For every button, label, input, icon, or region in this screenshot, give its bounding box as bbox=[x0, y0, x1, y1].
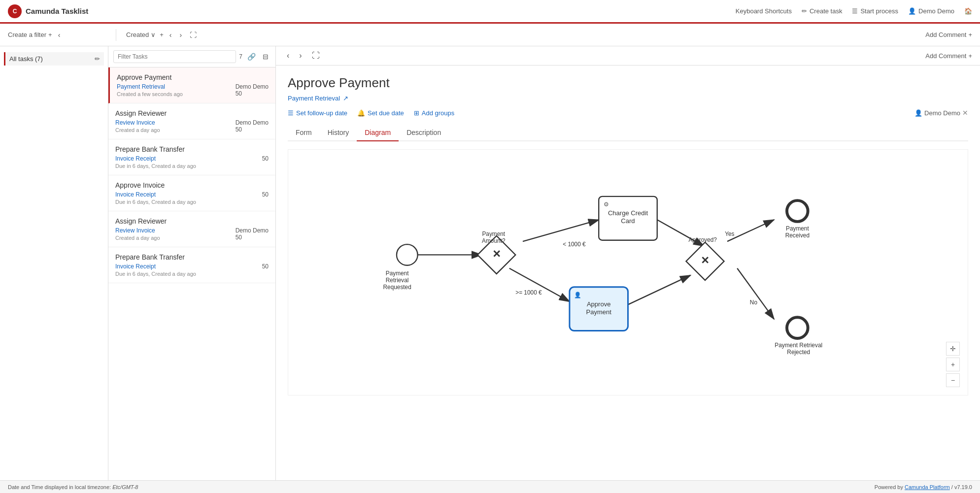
end-event-payment-rejected bbox=[787, 317, 808, 338]
fullscreen-button[interactable]: ⛶ bbox=[309, 50, 323, 61]
nav-forward-button[interactable]: › bbox=[178, 29, 184, 41]
svg-text:Requested: Requested bbox=[383, 284, 411, 291]
task-process: Review Invoice bbox=[115, 119, 160, 126]
task-process: Invoice Receipt bbox=[115, 191, 196, 198]
detail-actions: ☰ Set follow-up date 🔔 Set due date ⊞ Ad… bbox=[288, 109, 968, 117]
task-meta: Review Invoice Created a day ago Demo De… bbox=[115, 227, 269, 241]
svg-text:Payment: Payment bbox=[586, 308, 611, 316]
task-score: 50 bbox=[262, 155, 269, 162]
end-event-payment-received bbox=[787, 200, 808, 222]
main-layout: All tasks (7) ✏ 7 🔗 ⊟ Approve Payment Pa… bbox=[0, 46, 980, 493]
task-item[interactable]: Approve Payment Payment Retrieval Create… bbox=[108, 67, 275, 103]
tab-description[interactable]: Description bbox=[399, 125, 449, 141]
nav-prev-button[interactable]: ‹ bbox=[284, 50, 292, 61]
task-item[interactable]: Assign Reviewer Review Invoice Created a… bbox=[108, 211, 275, 247]
process-name: Payment Retrieval bbox=[288, 95, 340, 102]
all-tasks-item[interactable]: All tasks (7) ✏ bbox=[4, 52, 104, 66]
nav-back-button[interactable]: ‹ bbox=[168, 29, 174, 41]
nav-next-button[interactable]: › bbox=[296, 50, 304, 61]
flow-label-lt1000: < 1000 € bbox=[563, 241, 586, 248]
add-filter-button[interactable]: + bbox=[160, 31, 164, 38]
create-filter-button[interactable]: Create a filter + bbox=[8, 31, 52, 38]
start-process-button[interactable]: ☰ Start process bbox=[852, 7, 898, 15]
navbar: C Camunda Tasklist Keyboard Shortcuts ✏ … bbox=[0, 0, 980, 24]
toolbar-left: Create a filter + ‹ bbox=[8, 29, 116, 41]
svg-text:Charge Credit: Charge Credit bbox=[608, 209, 648, 217]
tab-form[interactable]: Form bbox=[288, 125, 320, 141]
create-task-button[interactable]: ✏ Create task bbox=[802, 7, 842, 15]
end-label-rejected: Payment Retrieval bbox=[775, 342, 822, 349]
task-time: Created a day ago bbox=[115, 127, 160, 133]
groups-icon: ⊞ bbox=[414, 109, 419, 117]
task-assignee: Demo Demo bbox=[236, 83, 269, 90]
secondary-toolbar: Create a filter + ‹ Created ∨ + ‹ › ⛶ Ad… bbox=[0, 24, 980, 46]
svg-line-1 bbox=[523, 220, 599, 241]
task-meta: Payment Retrieval Created a few seconds … bbox=[117, 83, 269, 97]
add-groups-link[interactable]: ⊞ Add groups bbox=[414, 109, 455, 117]
keyboard-shortcuts-link[interactable]: Keyboard Shortcuts bbox=[736, 7, 792, 15]
app-title: Camunda Tasklist bbox=[26, 7, 88, 15]
expand-button[interactable]: ⛶ bbox=[188, 29, 199, 41]
collapse-sidebar-button[interactable]: ‹ bbox=[56, 29, 63, 41]
task-name: Prepare Bank Transfer bbox=[115, 253, 269, 261]
svg-text:Card: Card bbox=[621, 217, 635, 225]
svg-text:Approve: Approve bbox=[587, 300, 611, 308]
task-time: Due in 6 days, Created a day ago bbox=[115, 163, 196, 169]
all-tasks-label: All tasks (7) bbox=[9, 55, 43, 63]
user-menu-button[interactable]: 👤 Demo Demo bbox=[908, 7, 954, 15]
bpmn-diagram: ✕ ⚙ Charge Credit Card 👤 Approve Payment… bbox=[288, 150, 968, 395]
tab-history[interactable]: History bbox=[320, 125, 357, 141]
svg-text:✕: ✕ bbox=[492, 248, 501, 260]
due-date-link[interactable]: 🔔 Set due date bbox=[357, 109, 404, 117]
task-item[interactable]: Approve Invoice Invoice Receipt Due in 6… bbox=[108, 175, 275, 211]
task-item[interactable]: Prepare Bank Transfer Invoice Receipt Du… bbox=[108, 247, 275, 283]
svg-text:⚙: ⚙ bbox=[604, 201, 609, 208]
filter-tasks-input[interactable] bbox=[113, 50, 236, 63]
task-meta: Invoice Receipt Due in 6 days, Created a… bbox=[115, 155, 269, 169]
task-name: Assign Reviewer bbox=[115, 217, 269, 225]
task-time: Due in 6 days, Created a day ago bbox=[115, 271, 196, 277]
svg-text:Retrieval: Retrieval bbox=[386, 277, 409, 284]
task-list: Approve Payment Payment Retrieval Create… bbox=[108, 67, 275, 493]
flow-label-yes: Yes bbox=[725, 230, 734, 237]
edit-icon[interactable]: ✏ bbox=[95, 55, 100, 63]
task-filter-bar: 7 🔗 ⊟ bbox=[108, 46, 275, 67]
task-meta: Invoice Receipt Due in 6 days, Created a… bbox=[115, 263, 269, 277]
task-meta: Invoice Receipt Due in 6 days, Created a… bbox=[115, 191, 269, 205]
task-process: Invoice Receipt bbox=[115, 263, 196, 270]
task-score: 50 bbox=[236, 126, 269, 133]
task-item[interactable]: Assign Reviewer Review Invoice Created a… bbox=[108, 103, 275, 139]
reset-view-button[interactable]: ✛ bbox=[946, 342, 960, 356]
diagram-controls: ✛ + − bbox=[946, 342, 960, 387]
follow-up-date-link[interactable]: ☰ Set follow-up date bbox=[288, 109, 347, 117]
logo-icon: C bbox=[8, 4, 22, 18]
home-button[interactable]: 🏠 bbox=[964, 7, 972, 15]
svg-text:👤: 👤 bbox=[574, 292, 581, 298]
camunda-platform-link[interactable]: Camunda Platform bbox=[905, 484, 950, 490]
footer: Date and Time displayed in local timezon… bbox=[0, 480, 980, 493]
tab-diagram[interactable]: Diagram bbox=[357, 125, 399, 141]
task-process: Invoice Receipt bbox=[115, 155, 196, 162]
calendar-icon: ☰ bbox=[288, 109, 294, 117]
assignee-tag: 👤 Demo Demo ✕ bbox=[914, 109, 968, 117]
detail-content: Approve Payment Payment Retrieval ↗ ☰ Se… bbox=[276, 66, 980, 493]
diagram-area: ✕ ⚙ Charge Credit Card 👤 Approve Payment… bbox=[288, 149, 968, 395]
filter-save-icon[interactable]: ⊟ bbox=[261, 51, 270, 63]
footer-powered-by: Powered by Camunda Platform / v7.19.0 bbox=[875, 484, 972, 490]
filter-link-icon[interactable]: 🔗 bbox=[245, 51, 258, 63]
task-name: Assign Reviewer bbox=[115, 109, 269, 117]
zoom-in-button[interactable]: + bbox=[946, 358, 960, 371]
task-score: 50 bbox=[262, 263, 269, 270]
zoom-out-button[interactable]: − bbox=[946, 373, 960, 387]
sort-created-button[interactable]: Created ∨ bbox=[126, 31, 156, 38]
task-item[interactable]: Prepare Bank Transfer Invoice Receipt Du… bbox=[108, 139, 275, 175]
add-comment-detail-button[interactable]: Add Comment + bbox=[925, 52, 972, 60]
external-link-icon: ↗ bbox=[343, 95, 348, 102]
add-comment-button[interactable]: Add Comment + bbox=[925, 31, 972, 38]
task-list-panel: 7 🔗 ⊟ Approve Payment Payment Retrieval … bbox=[108, 46, 276, 493]
gateway1-label: Payment bbox=[482, 230, 505, 237]
task-name: Approve Payment bbox=[117, 73, 269, 81]
remove-assignee-button[interactable]: ✕ bbox=[962, 109, 968, 117]
svg-text:Received: Received bbox=[785, 232, 810, 239]
detail-subtitle: Payment Retrieval ↗ bbox=[288, 95, 968, 102]
